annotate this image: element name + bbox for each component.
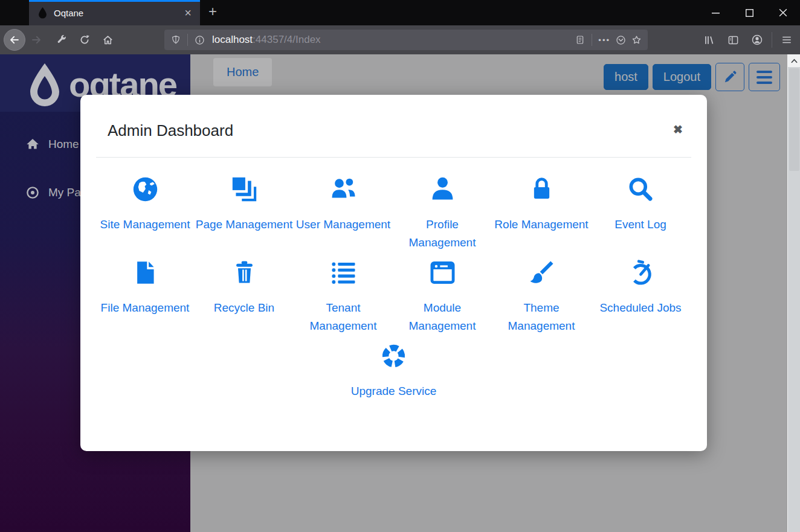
tile-page-management[interactable]: Page Management (195, 176, 294, 252)
tile-theme-management[interactable]: Theme Management (492, 259, 591, 335)
list-icon (330, 259, 357, 286)
page-viewport: oqtane Home My Pages Home host (0, 54, 800, 532)
tile-profile-management[interactable]: Profile Management (393, 176, 492, 252)
tile-label: File Management (101, 299, 190, 317)
browser-tab[interactable]: Oqtane × (29, 0, 200, 25)
admin-dashboard-modal: Admin Dashboard ✖ Site Management (80, 95, 707, 451)
browser-window-icon (429, 259, 456, 286)
sidebars-icon[interactable] (723, 30, 743, 50)
tile-scheduled-jobs[interactable]: Scheduled Jobs (591, 259, 690, 335)
tile-file-management[interactable]: File Management (95, 259, 195, 335)
target-icon (25, 185, 40, 200)
close-window-button[interactable] (766, 0, 800, 25)
tile-label: User Management (296, 216, 390, 234)
bookmark-star-icon[interactable] (628, 32, 644, 48)
url-path: :44357/4/Index (253, 34, 320, 45)
trash-icon (231, 259, 258, 286)
site-info-icon[interactable] (192, 32, 207, 48)
tile-event-log[interactable]: Event Log (591, 176, 690, 252)
forward-button[interactable] (27, 30, 46, 50)
wrench-icon[interactable] (52, 30, 71, 50)
tile-user-management[interactable]: User Management (294, 176, 393, 252)
tile-label: Module Management (393, 299, 492, 335)
oqtane-droplet-icon (25, 62, 64, 108)
home-icon (25, 137, 40, 152)
tile-label: Theme Management (492, 299, 591, 335)
droplet-icon (37, 7, 48, 19)
aperture-icon (380, 342, 407, 370)
person-icon (429, 176, 456, 203)
people-icon (330, 176, 357, 203)
tile-site-management[interactable]: Site Management (95, 176, 195, 252)
library-icon[interactable] (699, 30, 718, 50)
back-button[interactable] (4, 29, 25, 51)
tile-label: Upgrade Service (351, 382, 437, 400)
tile-label: Site Management (100, 216, 190, 234)
tile-label: Tenant Management (294, 299, 393, 335)
modal-title: Admin Dashboard (108, 121, 680, 140)
tab-title: Oqtane (54, 8, 182, 18)
page-scrollbar[interactable] (787, 54, 800, 532)
account-icon[interactable] (747, 30, 767, 50)
tile-label: Role Management (494, 216, 588, 234)
tile-module-management[interactable]: Module Management (393, 259, 492, 335)
tile-label: Profile Management (393, 216, 492, 252)
tile-label: Scheduled Jobs (599, 299, 681, 317)
active-tab-stripe (29, 0, 200, 2)
browser-titlebar: Oqtane × + (0, 0, 800, 25)
page-actions-icon[interactable]: ••• (596, 36, 613, 45)
timer-icon (627, 259, 654, 286)
magnifying-glass-icon (627, 176, 654, 203)
minimize-button[interactable] (698, 0, 732, 25)
file-icon (132, 259, 159, 286)
layers-icon (231, 176, 258, 203)
tracking-shield-icon[interactable] (168, 32, 184, 48)
tile-label: Page Management (196, 216, 293, 234)
modal-close-icon[interactable]: ✖ (673, 123, 683, 136)
reader-mode-icon[interactable] (572, 32, 588, 48)
tile-upgrade-service[interactable]: Upgrade Service (344, 342, 444, 400)
tile-recycle-bin[interactable]: Recycle Bin (195, 259, 294, 335)
menu-hamburger-icon[interactable] (777, 30, 796, 50)
lock-icon (528, 176, 555, 203)
tab-close-icon[interactable]: × (182, 7, 194, 19)
url-host: localhost (212, 34, 253, 45)
address-bar[interactable]: localhost:44357/4/Index ••• (164, 30, 648, 50)
reload-button[interactable] (75, 30, 94, 50)
tile-label: Event Log (615, 216, 666, 234)
home-button[interactable] (98, 30, 117, 50)
browser-window: Oqtane × + (0, 0, 800, 532)
scrollbar-thumb[interactable] (789, 68, 799, 171)
new-tab-button[interactable]: + (200, 0, 225, 25)
url-text[interactable]: localhost:44357/4/Index (212, 34, 572, 46)
pocket-icon[interactable] (613, 32, 628, 48)
tile-tenant-management[interactable]: Tenant Management (294, 259, 393, 335)
browser-toolbar: localhost:44357/4/Index ••• (0, 25, 800, 54)
maximize-button[interactable] (732, 0, 766, 25)
globe-icon (132, 176, 159, 203)
tile-role-management[interactable]: Role Management (492, 176, 591, 252)
sidebar-item-label: Home (48, 138, 79, 151)
scroll-up-button[interactable] (788, 54, 800, 67)
tile-label: Recycle Bin (214, 299, 274, 317)
brush-icon (528, 259, 555, 286)
